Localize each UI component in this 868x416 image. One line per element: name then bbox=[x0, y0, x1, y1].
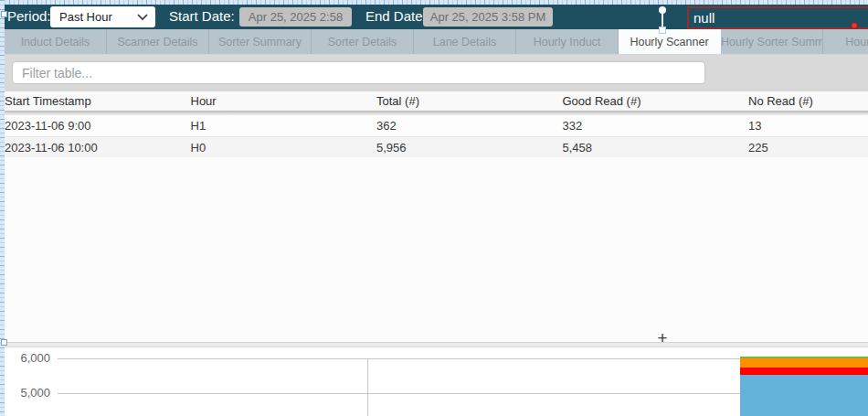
ruler-guide-handle[interactable] bbox=[1, 11, 7, 17]
filter-bar bbox=[0, 55, 868, 91]
ruler-guide-handle[interactable] bbox=[1, 339, 7, 346]
cell-start-timestamp: 2023-11-06 10:00 bbox=[0, 137, 186, 158]
gridline-vertical bbox=[367, 358, 368, 416]
tab-scanner-details[interactable]: Scanner Details bbox=[107, 29, 209, 55]
y-axis-tick-5000: 5,000 bbox=[0, 386, 50, 400]
period-select-value: Past Hour bbox=[59, 10, 112, 24]
tab-sorter-details[interactable]: Sorter Details bbox=[312, 29, 414, 55]
table-header-row: Start Timestamp Hour Total (#) Good Read… bbox=[0, 91, 868, 111]
tab-hourly-scanner[interactable]: Hourly Scanner bbox=[619, 29, 721, 55]
drag-guide-dot-handle[interactable] bbox=[659, 6, 666, 14]
cell-total: 362 bbox=[372, 115, 558, 136]
start-date-label: Start Date: bbox=[169, 8, 235, 24]
designer-canvas: Period: Past Hour Start Date: Apr 25, 20… bbox=[0, 0, 868, 416]
bar-segment-red bbox=[740, 368, 868, 376]
tab-hourly-induct[interactable]: Hourly Induct bbox=[516, 29, 619, 55]
start-date-field[interactable]: Apr 25, 2025 2:58 PM bbox=[239, 7, 352, 27]
tab-induct-details[interactable]: Induct Details bbox=[5, 29, 107, 55]
tab-strip: Induct Details Scanner Details Sorter Su… bbox=[0, 29, 868, 55]
period-select[interactable]: Past Hour bbox=[50, 6, 155, 27]
bar-segment-orange bbox=[740, 358, 868, 368]
table-row[interactable]: 2023-11-06 10:00 H0 5,956 5,458 225 bbox=[0, 136, 868, 157]
cell-good-read: 5,458 bbox=[558, 137, 745, 158]
drag-guide-square-handle[interactable] bbox=[659, 27, 666, 34]
hourly-scanner-chart: 6,000 5,000 bbox=[0, 347, 868, 416]
col-header-total[interactable]: Total (#) bbox=[372, 91, 558, 111]
cell-hour: H0 bbox=[186, 137, 373, 158]
end-date-label: End Date: bbox=[365, 8, 427, 24]
error-dot-indicator bbox=[851, 22, 858, 29]
cell-no-read: 225 bbox=[744, 137, 868, 158]
unbound-value-box[interactable]: null bbox=[687, 6, 868, 29]
cell-no-read: 13 bbox=[744, 115, 868, 136]
y-axis-tick-6000: 6,000 bbox=[0, 351, 50, 365]
filter-table-input[interactable] bbox=[12, 61, 705, 84]
tab-hourly-sorter-details[interactable]: Hourly Sort bbox=[823, 29, 868, 55]
tab-sorter-summary[interactable]: Sorter Summary bbox=[209, 29, 312, 55]
col-header-no-read[interactable]: No Read (#) bbox=[744, 91, 868, 111]
cell-hour: H1 bbox=[186, 115, 373, 136]
bar-segment-blue bbox=[740, 375, 868, 416]
col-header-hour[interactable]: Hour bbox=[186, 91, 373, 111]
tab-hourly-sorter-summary[interactable]: Hourly Sorter Summar bbox=[721, 29, 823, 55]
tab-lane-details[interactable]: Lane Details bbox=[414, 29, 516, 55]
table-row[interactable]: 2023-11-06 9:00 H1 362 332 13 bbox=[0, 115, 868, 136]
cell-start-timestamp: 2023-11-06 9:00 bbox=[0, 115, 186, 136]
col-header-good-read[interactable]: Good Read (#) bbox=[558, 91, 745, 111]
cell-good-read: 332 bbox=[558, 115, 745, 136]
hourly-scanner-table: Start Timestamp Hour Total (#) Good Read… bbox=[0, 91, 868, 342]
col-header-start-timestamp[interactable]: Start Timestamp bbox=[0, 91, 186, 111]
ruler-left bbox=[0, 0, 5, 416]
stacked-bar[interactable] bbox=[740, 357, 868, 416]
ruler-top bbox=[0, 0, 868, 5]
cell-total: 5,956 bbox=[372, 137, 558, 158]
period-label: Period: bbox=[7, 8, 51, 24]
chevron-down-icon bbox=[137, 13, 148, 21]
end-date-field[interactable]: Apr 25, 2025 3:58 PM bbox=[423, 7, 553, 27]
